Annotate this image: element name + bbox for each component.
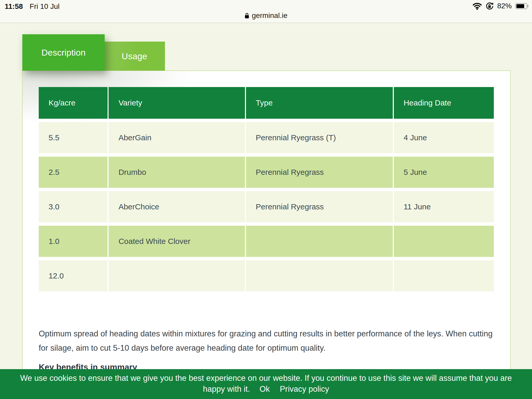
table-cell-type: Perennial Ryegrass [246,157,393,188]
table-cell-kg: 2.5 [39,157,108,188]
table-cell-heading-date: 4 June [394,122,494,153]
table-cell-heading-date [394,260,494,291]
cookie-banner-text: We use cookies to ensure that we give yo… [10,373,522,395]
status-bar-right: 82% [473,2,528,10]
table-cell-kg: 12.0 [39,260,108,291]
table-cell-kg: 5.5 [39,122,108,153]
table-header-heading-date: Heading Date [394,87,494,119]
table-cell-type [246,260,393,291]
table-cell-variety: Coated White Clover [109,226,245,257]
seed-mixture-table: Kg/acre Variety Type Heading Date 5.5 Ab… [39,87,494,291]
product-detail-panel: Kg/acre Variety Type Heading Date 5.5 Ab… [22,70,511,399]
address-bar-domain: germinal.ie [252,11,288,20]
table-cell-type [246,226,393,257]
safari-top-chrome: 11:58 Fri 10 Jul 82% [0,0,532,23]
tab-usage[interactable]: Usage [104,42,165,71]
wifi-icon [473,2,482,10]
cookie-privacy-policy-link[interactable]: Privacy policy [280,384,329,394]
tab-description[interactable]: Description [22,34,105,71]
table-cell-type: Perennial Ryegrass [246,191,393,222]
table-cell-variety: AberChoice [109,191,245,222]
table-header-variety: Variety [109,87,245,119]
table-cell-heading-date [394,226,494,257]
status-time: 11:58 [5,2,23,11]
battery-percent: 82% [497,2,512,10]
table-cell-kg: 3.0 [39,191,108,222]
padlock-icon [245,13,249,19]
address-bar[interactable]: germinal.ie [0,10,532,21]
cookie-consent-banner: We use cookies to ensure that we give yo… [0,369,532,399]
status-date: Fri 10 Jul [30,2,59,11]
battery-icon [515,3,528,9]
table-cell-heading-date: 11 June [394,191,494,222]
table-cell-type: Perennial Ryegrass (T) [246,122,393,153]
table-cell-variety [109,260,245,291]
table-cell-heading-date: 5 June [394,157,494,188]
table-header-type: Type [246,87,393,119]
tab-usage-label: Usage [122,51,147,61]
heading-dates-paragraph: Optimum spread of heading dates within m… [39,327,496,355]
table-header-kg-acre: Kg/acre [39,87,108,119]
tab-description-label: Description [41,48,85,58]
table-cell-variety: AberGain [109,122,245,153]
table-cell-variety: Drumbo [109,157,245,188]
cookie-ok-link[interactable]: Ok [260,384,270,394]
status-bar-left: 11:58 Fri 10 Jul [5,2,59,11]
ipad-screen: 11:58 Fri 10 Jul 82% [0,0,532,399]
table-cell-kg: 1.0 [39,226,108,257]
orientation-lock-icon [486,2,494,10]
